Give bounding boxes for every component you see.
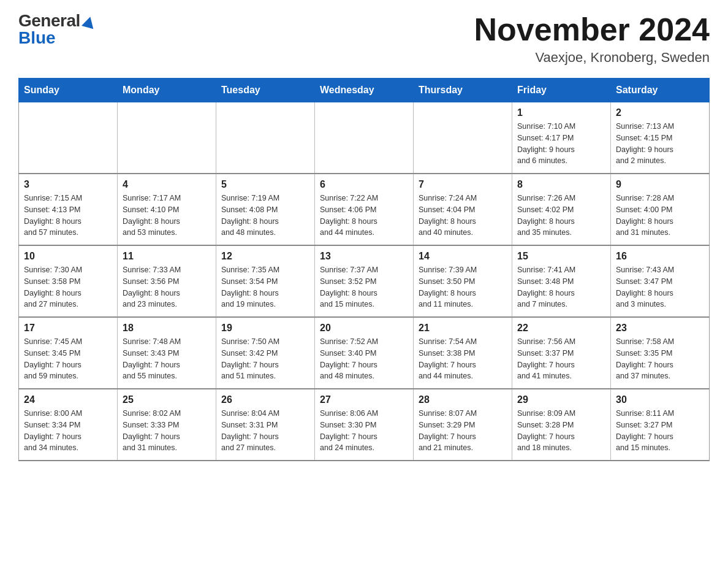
day-info: Sunrise: 7:50 AMSunset: 3:42 PMDaylight:…: [221, 336, 309, 382]
day-info: Sunrise: 7:24 AMSunset: 4:04 PMDaylight:…: [419, 193, 507, 239]
day-number: 7: [419, 179, 507, 190]
day-cell: 5Sunrise: 7:19 AMSunset: 4:08 PMDaylight…: [216, 174, 315, 245]
day-number: 20: [320, 323, 408, 334]
week-row-2: 3Sunrise: 7:15 AMSunset: 4:13 PMDaylight…: [19, 174, 710, 245]
day-number: 1: [517, 107, 605, 118]
logo-blue-text: Blue: [18, 29, 56, 47]
day-cell: 24Sunrise: 8:00 AMSunset: 3:34 PMDayligh…: [19, 389, 118, 461]
day-info: Sunrise: 7:58 AMSunset: 3:35 PMDaylight:…: [616, 336, 704, 382]
day-info: Sunrise: 8:02 AMSunset: 3:33 PMDaylight:…: [123, 408, 211, 454]
day-cell: 15Sunrise: 7:41 AMSunset: 3:48 PMDayligh…: [512, 245, 611, 317]
day-number: 28: [419, 394, 507, 405]
weekday-header-row: SundayMondayTuesdayWednesdayThursdayFrid…: [19, 79, 710, 102]
day-info: Sunrise: 7:41 AMSunset: 3:48 PMDaylight:…: [517, 264, 605, 310]
day-cell: 30Sunrise: 8:11 AMSunset: 3:27 PMDayligh…: [611, 389, 710, 461]
day-info: Sunrise: 7:22 AMSunset: 4:06 PMDaylight:…: [320, 193, 408, 239]
day-cell: [19, 102, 118, 174]
week-row-4: 17Sunrise: 7:45 AMSunset: 3:45 PMDayligh…: [19, 317, 710, 389]
day-info: Sunrise: 7:48 AMSunset: 3:43 PMDaylight:…: [123, 336, 211, 382]
day-cell: 22Sunrise: 7:56 AMSunset: 3:37 PMDayligh…: [512, 317, 611, 389]
day-cell: 16Sunrise: 7:43 AMSunset: 3:47 PMDayligh…: [611, 245, 710, 317]
header: General Blue November 2024 Vaexjoe, Kron…: [18, 12, 710, 66]
day-number: 23: [616, 323, 704, 334]
day-cell: 20Sunrise: 7:52 AMSunset: 3:40 PMDayligh…: [315, 317, 414, 389]
day-number: 14: [419, 251, 507, 262]
day-cell: 27Sunrise: 8:06 AMSunset: 3:30 PMDayligh…: [315, 389, 414, 461]
day-info: Sunrise: 7:17 AMSunset: 4:10 PMDaylight:…: [123, 193, 211, 239]
week-row-1: 1Sunrise: 7:10 AMSunset: 4:17 PMDaylight…: [19, 102, 710, 174]
day-info: Sunrise: 7:52 AMSunset: 3:40 PMDaylight:…: [320, 336, 408, 382]
day-number: 13: [320, 251, 408, 262]
day-number: 30: [616, 394, 704, 405]
day-cell: 19Sunrise: 7:50 AMSunset: 3:42 PMDayligh…: [216, 317, 315, 389]
calendar-table: SundayMondayTuesdayWednesdayThursdayFrid…: [18, 78, 710, 461]
day-number: 22: [517, 323, 605, 334]
day-number: 15: [517, 251, 605, 262]
day-info: Sunrise: 8:09 AMSunset: 3:28 PMDaylight:…: [517, 408, 605, 454]
day-number: 5: [221, 179, 309, 190]
weekday-header-thursday: Thursday: [414, 79, 512, 102]
day-info: Sunrise: 7:26 AMSunset: 4:02 PMDaylight:…: [517, 193, 605, 239]
day-cell: 7Sunrise: 7:24 AMSunset: 4:04 PMDaylight…: [414, 174, 512, 245]
logo: General Blue: [18, 12, 95, 47]
day-info: Sunrise: 7:19 AMSunset: 4:08 PMDaylight:…: [221, 193, 309, 239]
day-cell: 4Sunrise: 7:17 AMSunset: 4:10 PMDaylight…: [118, 174, 216, 245]
day-number: 29: [517, 394, 605, 405]
day-cell: 3Sunrise: 7:15 AMSunset: 4:13 PMDaylight…: [19, 174, 118, 245]
weekday-header-wednesday: Wednesday: [315, 79, 414, 102]
weekday-header-monday: Monday: [118, 79, 216, 102]
day-number: 26: [221, 394, 309, 405]
day-cell: 25Sunrise: 8:02 AMSunset: 3:33 PMDayligh…: [118, 389, 216, 461]
day-info: Sunrise: 7:28 AMSunset: 4:00 PMDaylight:…: [616, 193, 704, 239]
day-cell: 26Sunrise: 8:04 AMSunset: 3:31 PMDayligh…: [216, 389, 315, 461]
title-area: November 2024 Vaexjoe, Kronoberg, Sweden: [474, 12, 710, 66]
day-info: Sunrise: 8:07 AMSunset: 3:29 PMDaylight:…: [419, 408, 507, 454]
day-cell: 10Sunrise: 7:30 AMSunset: 3:58 PMDayligh…: [19, 245, 118, 317]
day-number: 21: [419, 323, 507, 334]
location-title: Vaexjoe, Kronoberg, Sweden: [474, 50, 710, 66]
day-cell: 23Sunrise: 7:58 AMSunset: 3:35 PMDayligh…: [611, 317, 710, 389]
day-info: Sunrise: 7:39 AMSunset: 3:50 PMDaylight:…: [419, 264, 507, 310]
day-info: Sunrise: 7:54 AMSunset: 3:38 PMDaylight:…: [419, 336, 507, 382]
day-cell: [315, 102, 414, 174]
day-info: Sunrise: 8:04 AMSunset: 3:31 PMDaylight:…: [221, 408, 309, 454]
weekday-header-friday: Friday: [512, 79, 611, 102]
day-info: Sunrise: 7:30 AMSunset: 3:58 PMDaylight:…: [24, 264, 112, 310]
day-number: 10: [24, 251, 112, 262]
day-number: 4: [123, 179, 211, 190]
day-info: Sunrise: 7:10 AMSunset: 4:17 PMDaylight:…: [517, 121, 605, 167]
day-cell: 18Sunrise: 7:48 AMSunset: 3:43 PMDayligh…: [118, 317, 216, 389]
day-number: 8: [517, 179, 605, 190]
day-info: Sunrise: 7:45 AMSunset: 3:45 PMDaylight:…: [24, 336, 112, 382]
day-number: 18: [123, 323, 211, 334]
day-cell: 28Sunrise: 8:07 AMSunset: 3:29 PMDayligh…: [414, 389, 512, 461]
weekday-header-tuesday: Tuesday: [216, 79, 315, 102]
day-info: Sunrise: 7:33 AMSunset: 3:56 PMDaylight:…: [123, 264, 211, 310]
day-cell: 14Sunrise: 7:39 AMSunset: 3:50 PMDayligh…: [414, 245, 512, 317]
day-info: Sunrise: 7:43 AMSunset: 3:47 PMDaylight:…: [616, 264, 704, 310]
month-title: November 2024: [474, 12, 710, 47]
day-number: 25: [123, 394, 211, 405]
day-number: 6: [320, 179, 408, 190]
day-cell: 1Sunrise: 7:10 AMSunset: 4:17 PMDaylight…: [512, 102, 611, 174]
day-number: 3: [24, 179, 112, 190]
day-cell: [118, 102, 216, 174]
day-cell: 21Sunrise: 7:54 AMSunset: 3:38 PMDayligh…: [414, 317, 512, 389]
day-info: Sunrise: 8:00 AMSunset: 3:34 PMDaylight:…: [24, 408, 112, 454]
day-info: Sunrise: 7:15 AMSunset: 4:13 PMDaylight:…: [24, 193, 112, 239]
day-cell: 12Sunrise: 7:35 AMSunset: 3:54 PMDayligh…: [216, 245, 315, 317]
day-cell: [216, 102, 315, 174]
day-info: Sunrise: 7:37 AMSunset: 3:52 PMDaylight:…: [320, 264, 408, 310]
week-row-5: 24Sunrise: 8:00 AMSunset: 3:34 PMDayligh…: [19, 389, 710, 461]
day-number: 19: [221, 323, 309, 334]
day-cell: 11Sunrise: 7:33 AMSunset: 3:56 PMDayligh…: [118, 245, 216, 317]
day-info: Sunrise: 8:11 AMSunset: 3:27 PMDaylight:…: [616, 408, 704, 454]
day-cell: [414, 102, 512, 174]
day-cell: 17Sunrise: 7:45 AMSunset: 3:45 PMDayligh…: [19, 317, 118, 389]
day-cell: 2Sunrise: 7:13 AMSunset: 4:15 PMDaylight…: [611, 102, 710, 174]
day-cell: 9Sunrise: 7:28 AMSunset: 4:00 PMDaylight…: [611, 174, 710, 245]
day-number: 17: [24, 323, 112, 334]
day-number: 27: [320, 394, 408, 405]
day-number: 16: [616, 251, 704, 262]
day-number: 11: [123, 251, 211, 262]
